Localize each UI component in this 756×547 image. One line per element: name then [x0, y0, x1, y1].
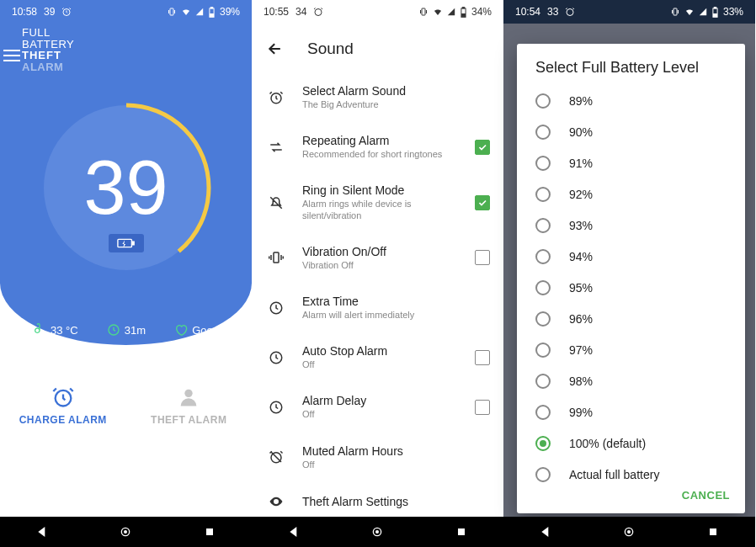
radio-label: 90% — [569, 125, 593, 139]
setting-body: Vibration On/OffVibration Off — [302, 245, 458, 271]
nav-recent-icon[interactable] — [455, 525, 468, 539]
setting-subtitle: Alarm rings while device is silent/vibra… — [302, 199, 458, 220]
radio-option[interactable]: 92% — [517, 178, 745, 210]
radio-icon — [535, 249, 551, 264]
clock-icon — [267, 300, 285, 316]
radio-option[interactable]: 89% — [517, 85, 745, 116]
nav-back-icon[interactable] — [35, 525, 49, 539]
setting-row[interactable]: Extra TimeAlarm will alert immediately — [252, 283, 503, 332]
radio-option[interactable]: 98% — [517, 365, 745, 396]
setting-title: Extra Time — [302, 295, 490, 308]
setting-row[interactable]: Alarm DelayOff — [252, 382, 503, 432]
setting-row[interactable]: Ring in Silent ModeAlarm rings while dev… — [252, 172, 503, 232]
setting-title: Select Alarm Sound — [302, 84, 490, 98]
svg-point-37 — [627, 530, 631, 534]
signal-icon — [699, 7, 707, 17]
setting-title: Alarm Delay — [302, 394, 458, 407]
radio-option[interactable]: 93% — [517, 210, 745, 241]
svg-point-11 — [185, 390, 193, 397]
tab-theft-alarm[interactable]: THEFT ALARM — [126, 385, 253, 517]
setting-row[interactable]: Theft Alarm Settings — [252, 482, 503, 517]
wifi-icon — [684, 7, 695, 17]
radio-icon — [535, 125, 551, 140]
nav-home-icon[interactable] — [119, 525, 132, 539]
charging-icon — [109, 234, 144, 252]
setting-row[interactable]: Select Alarm SoundThe Big Adventure — [252, 72, 503, 122]
radio-option[interactable]: 97% — [517, 334, 745, 365]
svg-rect-38 — [710, 528, 716, 535]
status-battery: 34% — [471, 6, 492, 18]
radio-icon — [535, 93, 551, 109]
nav-home-icon[interactable] — [622, 525, 636, 539]
status-battery: 39% — [220, 6, 240, 18]
app-logo: FULL BATTERY THEFT ALARM — [22, 27, 74, 73]
setting-row[interactable]: Muted Alarm HoursOff — [252, 433, 503, 482]
setting-body: Extra TimeAlarm will alert immediately — [302, 295, 490, 321]
radio-option[interactable]: 95% — [517, 272, 745, 303]
alarm-status-icon — [313, 7, 323, 17]
checkbox-icon[interactable] — [475, 350, 490, 365]
panel-sound-settings: 10:55 34 34% Sound Select Alarm SoundThe… — [252, 0, 503, 547]
svg-rect-30 — [458, 528, 465, 535]
setting-body: Alarm DelayOff — [302, 394, 458, 420]
radio-icon — [535, 311, 551, 327]
checkbox-icon[interactable] — [475, 140, 490, 155]
android-nav — [252, 517, 503, 547]
setting-row[interactable]: Repeating AlarmRecommended for short rin… — [252, 122, 503, 172]
radio-label: 93% — [569, 219, 593, 232]
nav-back-icon[interactable] — [539, 525, 552, 539]
radio-list: 89%90%91%92%93%94%95%96%97%98%99%100% (d… — [517, 85, 745, 482]
status-extra: 33 — [547, 6, 558, 18]
checkbox-icon[interactable] — [475, 400, 490, 415]
setting-row[interactable]: Vibration On/OffVibration Off — [252, 233, 503, 283]
stat-time: 31m — [107, 323, 146, 337]
tab-charge-alarm[interactable]: CHARGE ALARM — [0, 385, 126, 517]
radio-option[interactable]: 91% — [517, 147, 745, 178]
nav-home-icon[interactable] — [370, 525, 384, 539]
radio-icon — [535, 343, 551, 358]
radio-option[interactable]: 100% (default) — [517, 428, 745, 459]
menu-button[interactable] — [3, 46, 20, 65]
wifi-icon — [433, 7, 443, 17]
setting-subtitle: Off — [302, 409, 458, 420]
thermometer-icon — [33, 323, 46, 337]
nav-recent-icon[interactable] — [203, 525, 216, 539]
dialog-actions: CANCEL — [517, 482, 745, 505]
vibrate-status-icon — [418, 7, 429, 17]
nav-back-icon[interactable] — [287, 525, 301, 539]
svg-rect-34 — [714, 7, 716, 8]
timer-icon — [107, 323, 120, 337]
checkbox-icon[interactable] — [475, 250, 490, 265]
home-hero: 10:58 39 39% FULL BATTERY THEFT ALARM — [0, 0, 252, 345]
cancel-button[interactable]: CANCEL — [682, 489, 730, 502]
back-arrow-icon[interactable] — [267, 40, 284, 57]
tab-charge-label: CHARGE ALARM — [19, 414, 107, 426]
status-time: 10:58 — [12, 6, 37, 18]
radio-option[interactable]: Actual full battery — [517, 459, 745, 482]
radio-option[interactable]: 94% — [517, 241, 745, 272]
radio-option[interactable]: 99% — [517, 396, 745, 428]
stat-temp-value: 33 °C — [51, 324, 78, 337]
nav-recent-icon[interactable] — [706, 525, 720, 539]
android-nav — [0, 517, 252, 547]
setting-title: Theft Alarm Settings — [302, 495, 490, 508]
setting-body: Muted Alarm HoursOff — [302, 444, 490, 470]
radio-label: 99% — [569, 406, 593, 419]
radio-option[interactable]: 96% — [517, 303, 745, 334]
setting-subtitle: Off — [302, 359, 458, 370]
tabs: CHARGE ALARM THEFT ALARM — [0, 345, 252, 517]
svg-point-13 — [124, 530, 127, 534]
svg-rect-19 — [462, 13, 466, 16]
svg-rect-16 — [422, 8, 425, 15]
svg-point-15 — [315, 9, 322, 16]
dialog-title: Select Full Battery Level — [517, 59, 745, 85]
setting-subtitle: Vibration Off — [302, 260, 458, 271]
svg-rect-18 — [462, 7, 465, 8]
radio-label: 98% — [569, 374, 593, 388]
svg-rect-14 — [206, 528, 213, 535]
mute-icon — [267, 449, 285, 465]
setting-row[interactable]: Auto Stop AlarmOff — [252, 332, 503, 382]
radio-option[interactable]: 90% — [517, 116, 745, 147]
checkbox-icon[interactable] — [475, 195, 490, 210]
setting-body: Ring in Silent ModeAlarm rings while dev… — [302, 183, 458, 220]
